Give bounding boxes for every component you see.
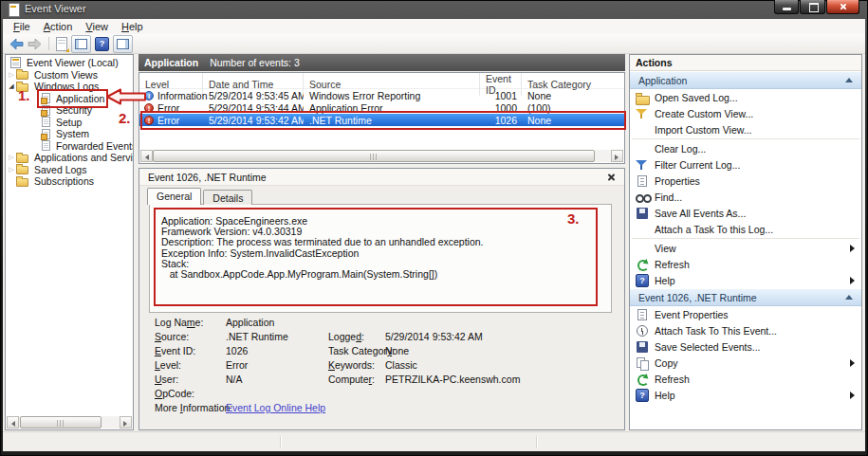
tree-item-saved-logs[interactable]: Saved Logs bbox=[6, 164, 133, 176]
event-log-online-help-link[interactable]: Event Log Online Help bbox=[226, 402, 325, 413]
action-help-event[interactable]: Help bbox=[630, 387, 861, 403]
annotation-step-2: 2. bbox=[119, 110, 131, 126]
minimize-button[interactable] bbox=[774, 0, 799, 14]
action-attach-task-to-event[interactable]: Attach Task To This Event... bbox=[630, 322, 861, 338]
field-value-task-category: None bbox=[385, 345, 409, 356]
collapse-section-icon[interactable] bbox=[845, 295, 853, 300]
event-list-panel: Application Number of events: 3 Level Da… bbox=[139, 54, 625, 430]
tree-item-event-viewer-local[interactable]: Event Viewer (Local) bbox=[6, 57, 133, 69]
event-log-icon bbox=[42, 117, 50, 127]
console-tree-icon bbox=[75, 39, 87, 49]
chevron-collapsed-icon[interactable] bbox=[7, 165, 16, 174]
actions-separator bbox=[632, 238, 859, 239]
date-cell: 5/29/2014 9:53:45 AM bbox=[203, 90, 304, 101]
tree-label: Windows Logs bbox=[32, 81, 101, 92]
section-header-label: Event 1026, .NET Runtime bbox=[638, 292, 757, 303]
field-value-computer: PETRZILKA-PC.keenswh.com bbox=[385, 374, 520, 385]
menu-item-help[interactable]: Help bbox=[116, 20, 151, 33]
action-refresh[interactable]: Refresh bbox=[630, 256, 861, 272]
action-clear-log[interactable]: Clear Log... bbox=[630, 140, 861, 156]
binoculars-icon bbox=[636, 191, 649, 204]
action-help[interactable]: Help bbox=[630, 272, 861, 288]
task-category-cell: None bbox=[522, 90, 624, 101]
window-controls bbox=[774, 0, 859, 14]
blank-icon bbox=[636, 223, 649, 236]
actions-section-application[interactable]: Application bbox=[630, 71, 861, 89]
close-button[interactable] bbox=[826, 0, 859, 14]
tree-item-subscriptions[interactable]: Subscriptions bbox=[6, 175, 133, 188]
event-row-error-1000[interactable]: Error 5/29/2014 9:53:44 AM Application E… bbox=[139, 101, 624, 114]
scroll-right-arrow[interactable] bbox=[120, 416, 132, 429]
close-detail-icon[interactable] bbox=[607, 173, 616, 181]
forward-arrow-icon[interactable] bbox=[28, 39, 42, 49]
action-view[interactable]: View bbox=[630, 240, 861, 256]
submenu-arrow-icon bbox=[850, 392, 855, 399]
action-create-custom-view[interactable]: Create Custom View... bbox=[630, 105, 861, 121]
export-list-icon[interactable] bbox=[56, 37, 67, 51]
field-label-event-id: Event ID: bbox=[155, 345, 195, 356]
tree-label: Subscriptions bbox=[32, 175, 96, 187]
menu-item-view[interactable]: View bbox=[80, 20, 116, 33]
action-filter-current-log[interactable]: Filter Current Log... bbox=[630, 156, 861, 173]
back-arrow-icon[interactable] bbox=[9, 39, 24, 49]
chevron-collapsed-icon[interactable] bbox=[7, 153, 16, 162]
description-line: Description: The process was terminated … bbox=[161, 237, 611, 247]
folder-icon bbox=[16, 178, 28, 187]
list-horizontal-scrollbar[interactable] bbox=[140, 150, 623, 162]
tab-general[interactable]: General bbox=[147, 188, 201, 205]
level-cell: Information bbox=[157, 90, 208, 101]
field-label-keywords: Keywords: bbox=[328, 359, 375, 371]
action-refresh-event[interactable]: Refresh bbox=[630, 371, 861, 387]
titlebar[interactable]: Event Viewer bbox=[0, 0, 868, 19]
scrollbar-thumb[interactable] bbox=[153, 150, 595, 162]
toggle-console-tree-button[interactable] bbox=[71, 35, 91, 53]
menu-item-action[interactable]: Action bbox=[38, 20, 81, 33]
event-id-cell: 1026 bbox=[480, 115, 522, 126]
tree-item-system[interactable]: System bbox=[6, 128, 133, 140]
tree-item-custom-views[interactable]: Custom Views bbox=[6, 69, 133, 82]
action-properties[interactable]: Properties bbox=[630, 173, 861, 189]
collapse-section-icon[interactable] bbox=[845, 78, 853, 82]
event-row-error-1026-selected[interactable]: Error 5/29/2014 9:53:42 AM .NET Runtime … bbox=[139, 114, 624, 126]
action-copy[interactable]: Copy bbox=[630, 355, 861, 371]
action-open-saved-log[interactable]: Open Saved Log... bbox=[630, 89, 861, 105]
tree-item-security[interactable]: Security bbox=[6, 104, 133, 117]
action-event-properties[interactable]: Event Properties bbox=[630, 306, 861, 322]
chevron-expanded-icon[interactable] bbox=[7, 82, 16, 91]
field-label-opcode: OpCode: bbox=[155, 388, 194, 399]
tree-item-forwarded-events[interactable]: Forwarded Events bbox=[6, 140, 133, 153]
tree-item-applications-and-services-logs[interactable]: Applications and Services Lo bbox=[6, 152, 133, 164]
help-toolbar-icon[interactable] bbox=[95, 37, 109, 51]
action-save-all-events-as[interactable]: Save All Events As... bbox=[630, 205, 861, 221]
scroll-right-arrow[interactable] bbox=[611, 150, 623, 162]
window-title: Event Viewer bbox=[25, 3, 86, 14]
help-icon bbox=[636, 274, 649, 287]
field-label-level: Level: bbox=[155, 359, 181, 371]
menu-item-file[interactable]: File bbox=[8, 20, 38, 33]
console-root-icon bbox=[10, 57, 21, 68]
task-clock-icon bbox=[636, 324, 649, 337]
actions-section-event-1026[interactable]: Event 1026, .NET Runtime bbox=[630, 288, 861, 306]
field-value-source: .NET Runtime bbox=[226, 331, 288, 342]
maximize-button[interactable] bbox=[800, 0, 825, 14]
scrollbar-thumb[interactable] bbox=[20, 416, 102, 429]
toggle-action-pane-button[interactable] bbox=[113, 35, 133, 53]
tree-item-setup[interactable]: Setup bbox=[6, 117, 133, 129]
chevron-collapsed-icon[interactable] bbox=[7, 70, 16, 80]
scroll-left-arrow[interactable] bbox=[140, 150, 153, 162]
action-save-selected-events[interactable]: Save Selected Events... bbox=[630, 338, 861, 355]
action-import-custom-view[interactable]: Import Custom View... bbox=[630, 121, 861, 137]
action-find[interactable]: Find... bbox=[630, 189, 861, 205]
detail-pane-header: Event 1026, .NET Runtime bbox=[139, 169, 624, 186]
maximize-icon bbox=[809, 3, 819, 12]
level-cell: Error bbox=[157, 102, 179, 114]
action-attach-task-to-log[interactable]: Attach a Task To this Log... bbox=[630, 221, 861, 237]
tree-horizontal-scrollbar[interactable] bbox=[7, 416, 132, 429]
event-row-information-1001[interactable]: Information 5/29/2014 9:53:45 AM Windows… bbox=[139, 89, 624, 101]
scroll-left-arrow[interactable] bbox=[7, 416, 19, 429]
tree-label: System bbox=[54, 128, 91, 139]
field-label-more-information: More Information: bbox=[155, 402, 232, 413]
event-viewer-window: Event Viewer File Action View Help bbox=[0, 0, 868, 456]
tab-details[interactable]: Details bbox=[203, 190, 252, 205]
toolbar bbox=[3, 34, 865, 54]
